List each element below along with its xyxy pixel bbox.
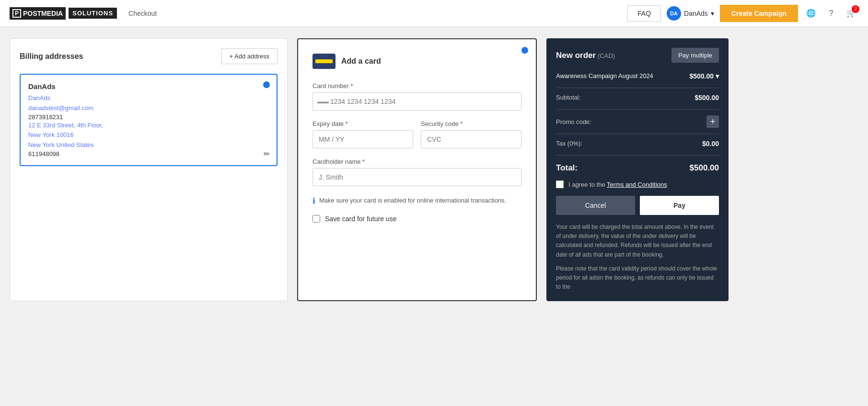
terms-checkbox[interactable] [556, 180, 564, 188]
order-title: New order [556, 51, 596, 60]
user-name: DanAds [684, 10, 708, 17]
divider-1 [556, 88, 719, 88]
logo-box: P POSTMEDIA [10, 7, 66, 20]
terms-row: I agree to the Terms and Conditions [556, 180, 719, 188]
card-icon-box [312, 54, 336, 69]
logo-solutions: SOLUTIONS [69, 8, 117, 19]
faq-button[interactable]: FAQ [627, 5, 661, 22]
card-panel-radio[interactable] [521, 47, 528, 54]
order-header: New order (CAD) Pay multiple [556, 48, 719, 63]
cancel-button[interactable]: Cancel [556, 196, 635, 215]
card-number-group: Card number * ▬▬ [312, 82, 521, 111]
terms-text: I agree to the Terms and Conditions [568, 181, 667, 188]
billing-header: Billing addresses + Add address [20, 48, 278, 64]
cart-icon[interactable]: 🛒 2 [844, 6, 858, 21]
campaign-expand-icon[interactable]: ▾ [716, 72, 719, 80]
terms-link[interactable]: Terms and Conditions [607, 181, 667, 188]
card-number-chip-icon: ▬▬ [317, 98, 329, 105]
create-campaign-button[interactable]: Create Campaign [720, 5, 798, 22]
expiry-input[interactable] [312, 130, 413, 148]
address-street: 12 E 33rd Street, 4th Floor, [28, 121, 269, 131]
disclaimer-1: Your card will be charged the total amou… [556, 223, 719, 259]
address-company: DanAds [28, 93, 269, 103]
save-card-label: Save card for future use [325, 215, 396, 223]
card-header: Add a card [312, 54, 521, 69]
info-message: ℹ Make sure your card is enabled for onl… [312, 196, 521, 205]
address-radio[interactable] [263, 81, 270, 88]
user-avatar: DA [667, 6, 681, 21]
edit-address-icon[interactable]: ✏ [264, 149, 270, 158]
card-panel: Add a card Card number * ▬▬ Expiry date … [297, 38, 537, 301]
subtotal-line: Subtotal: $500.00 [556, 94, 719, 102]
tax-line: Tax (0%): $0.00 [556, 140, 719, 147]
address-name: DanAds [28, 82, 269, 90]
billing-panel: Billing addresses + Add address DanAds D… [10, 38, 288, 301]
address-card: DanAds DanAds danadstest@gmail.com 28739… [20, 74, 278, 166]
help-icon[interactable]: ? [824, 6, 838, 21]
cart-badge: 2 [852, 5, 859, 13]
campaign-line: Awareness Campaign August 2024 $500.00 ▾ [556, 72, 719, 80]
add-card-label: Add a card [341, 57, 381, 66]
total-label: Total: [556, 163, 578, 173]
logo-brand: POSTMEDIA [23, 10, 63, 17]
add-address-button[interactable]: + Add address [221, 48, 278, 64]
card-stripe-icon [315, 59, 333, 63]
address-city-state: New York 10016 [28, 130, 269, 140]
divider-4 [556, 155, 719, 156]
divider-3 [556, 134, 719, 134]
campaign-name: Awareness Campaign August 2024 [556, 72, 653, 79]
info-icon: ℹ [312, 196, 315, 205]
order-panel: New order (CAD) Pay multiple Awareness C… [546, 38, 729, 301]
subtotal-label: Subtotal: [556, 94, 580, 101]
page-label: Checkout [128, 10, 157, 17]
pay-multiple-button[interactable]: Pay multiple [671, 48, 719, 63]
user-dropdown-icon: ▾ [711, 10, 714, 17]
divider-2 [556, 109, 719, 110]
cardholder-input[interactable] [312, 168, 521, 186]
cardholder-group: Cardholder name * [312, 158, 521, 186]
expiry-group: Expiry date * [312, 120, 413, 148]
logo: P POSTMEDIA SOLUTIONS [10, 7, 117, 20]
tax-label: Tax (0%): [556, 140, 582, 147]
billing-title: Billing addresses [20, 52, 83, 61]
expiry-security-row: Expiry date * Security code * [312, 120, 521, 148]
campaign-amount: $500.00 ▾ [689, 72, 719, 80]
security-input[interactable] [421, 130, 521, 148]
card-number-input[interactable] [312, 92, 521, 111]
address-email: danadstest@gmail.com [28, 103, 269, 113]
total-value: $500.00 [690, 163, 719, 173]
disclaimer-2: Please note that the card validity perio… [556, 264, 719, 292]
expiry-label: Expiry date * [312, 120, 413, 127]
security-group: Security code * [421, 120, 521, 148]
save-card-row: Save card for future use [312, 215, 521, 223]
promo-row: Promo code: + [556, 115, 719, 128]
tax-value: $0.00 [702, 140, 719, 147]
pay-button[interactable]: Pay [640, 196, 719, 215]
order-currency: (CAD) [598, 52, 615, 59]
main-content: Billing addresses + Add address DanAds D… [0, 27, 868, 313]
action-row: Cancel Pay [556, 196, 719, 215]
order-title-block: New order (CAD) [556, 51, 615, 60]
cardholder-label: Cardholder name * [312, 158, 521, 165]
info-text: Make sure your card is enabled for onlin… [319, 196, 506, 205]
subtotal-value: $500.00 [694, 94, 719, 102]
address-zip: 611948098 [28, 150, 269, 158]
promo-add-button[interactable]: + [706, 115, 719, 128]
card-number-wrapper: ▬▬ [312, 92, 521, 111]
save-card-checkbox[interactable] [312, 215, 320, 223]
card-number-label: Card number * [312, 82, 521, 90]
total-row: Total: $500.00 [556, 163, 719, 173]
security-label: Security code * [421, 120, 521, 127]
header: P POSTMEDIA SOLUTIONS Checkout FAQ DA Da… [0, 0, 868, 27]
header-right: FAQ DA DanAds ▾ Create Campaign 🌐 ? 🛒 2 [627, 5, 858, 22]
p-icon: P [12, 9, 21, 18]
promo-label: Promo code: [556, 118, 591, 125]
globe-icon[interactable]: 🌐 [804, 6, 818, 21]
user-menu[interactable]: DA DanAds ▾ [667, 6, 714, 21]
address-phone: 2873918231 [28, 113, 269, 121]
address-country: New York United States [28, 140, 269, 150]
